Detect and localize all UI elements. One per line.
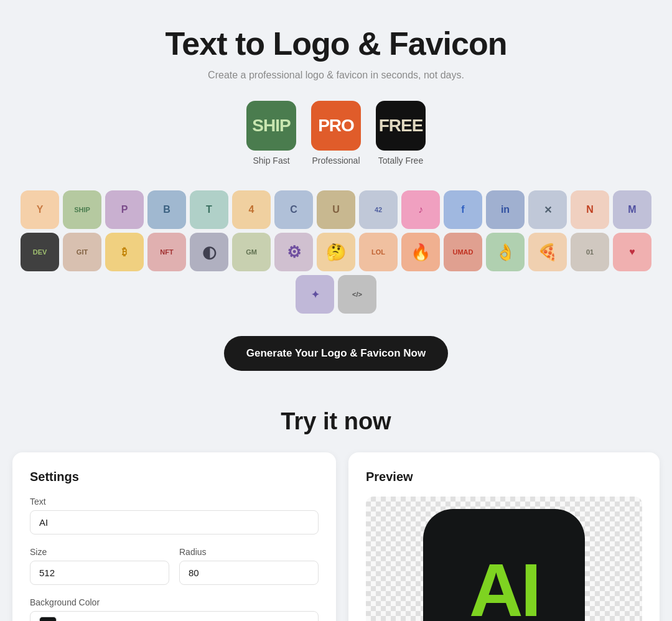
preview-image-area: AI xyxy=(366,497,642,621)
text-field-group: Text xyxy=(30,497,319,535)
radius-field-group: Radius xyxy=(179,547,319,585)
size-field-group: Size xyxy=(30,547,169,585)
logo-example-pro: PRO Professional xyxy=(311,101,361,166)
logo-example-ship: SHIP Ship Fast xyxy=(246,101,296,166)
color-swatch[interactable] xyxy=(39,617,57,621)
pro-label: Professional xyxy=(312,156,360,166)
icon-tile[interactable]: </> xyxy=(338,275,376,314)
icon-tile[interactable]: ✦ xyxy=(296,275,334,314)
size-input[interactable] xyxy=(30,561,169,585)
icon-tile[interactable]: M xyxy=(613,190,651,229)
ship-badge: SHIP xyxy=(246,101,296,151)
ship-label: Ship Fast xyxy=(253,156,289,166)
icon-tile[interactable]: C xyxy=(274,190,313,229)
icon-tile[interactable]: SHIP xyxy=(63,190,101,229)
free-badge: FREE xyxy=(376,101,426,151)
icon-tile[interactable]: ◐ xyxy=(190,233,228,271)
icon-tile[interactable]: 🔥 xyxy=(401,233,440,271)
hero-section: Text to Logo & Favicon Create a professi… xyxy=(12,25,660,166)
try-section-title: Try it now xyxy=(12,408,660,435)
icon-tile[interactable]: U xyxy=(317,190,355,229)
size-label: Size xyxy=(30,547,169,557)
icon-tile[interactable]: ♥ xyxy=(613,233,651,271)
icon-tile[interactable]: ✕ xyxy=(528,190,567,229)
icon-tile[interactable]: GIT xyxy=(63,233,101,271)
icon-tile[interactable]: ₿ xyxy=(105,233,144,271)
icon-tile[interactable]: 01 xyxy=(571,233,609,271)
size-radius-row: Size Radius xyxy=(30,547,319,597)
icon-grid: YSHIPPBT4CU42♪fin✕NMDEVGIT₿NFT◐GM⚙🤔LOL🔥U… xyxy=(12,190,660,314)
icon-tile[interactable]: 🍕 xyxy=(528,233,567,271)
preview-logo: AI xyxy=(423,509,585,621)
icon-tile[interactable]: B xyxy=(147,190,186,229)
icon-tile[interactable]: ⚙ xyxy=(274,233,313,271)
cta-section: Generate Your Logo & Favicon Now xyxy=(12,336,660,371)
icon-tile[interactable]: N xyxy=(571,190,609,229)
icon-tile[interactable]: 42 xyxy=(359,190,398,229)
icon-tile[interactable]: LOL xyxy=(359,233,398,271)
settings-title: Settings xyxy=(30,470,319,484)
page-subtitle: Create a professional logo & favicon in … xyxy=(12,70,660,81)
icon-tile[interactable]: UMAD xyxy=(444,233,482,271)
preview-title: Preview xyxy=(366,470,642,484)
logo-example-free: FREE Totally Free xyxy=(376,101,426,166)
pro-badge: PRO xyxy=(311,101,361,151)
free-label: Totally Free xyxy=(378,156,423,166)
text-input[interactable] xyxy=(30,510,319,535)
cta-button[interactable]: Generate Your Logo & Favicon Now xyxy=(224,336,448,371)
icon-tile[interactable]: in xyxy=(486,190,525,229)
icon-tile[interactable]: T xyxy=(190,190,228,229)
page-title: Text to Logo & Favicon xyxy=(12,25,660,62)
bg-color-group: Background Color xyxy=(30,597,319,621)
bg-color-label: Background Color xyxy=(30,597,319,607)
try-section: Settings Text Size Radius Background Col… xyxy=(12,452,660,621)
preview-panel: Preview AI xyxy=(348,452,660,621)
icon-tile[interactable]: ♪ xyxy=(401,190,440,229)
color-input-wrapper xyxy=(30,611,319,621)
icon-tile[interactable]: f xyxy=(444,190,482,229)
icon-tile[interactable]: P xyxy=(105,190,144,229)
text-label: Text xyxy=(30,497,319,507)
icon-tile[interactable]: Y xyxy=(21,190,59,229)
icon-tile[interactable]: DEV xyxy=(21,233,59,271)
icon-tile[interactable]: 🤔 xyxy=(317,233,355,271)
settings-panel: Settings Text Size Radius Background Col… xyxy=(12,452,336,621)
icon-tile[interactable]: 4 xyxy=(232,190,271,229)
icon-tile[interactable]: NFT xyxy=(147,233,186,271)
logo-examples: SHIP Ship Fast PRO Professional FREE Tot… xyxy=(12,101,660,166)
icon-tile[interactable]: 👌 xyxy=(486,233,525,271)
radius-input[interactable] xyxy=(179,561,319,585)
radius-label: Radius xyxy=(179,547,319,557)
icon-tile[interactable]: GM xyxy=(232,233,271,271)
